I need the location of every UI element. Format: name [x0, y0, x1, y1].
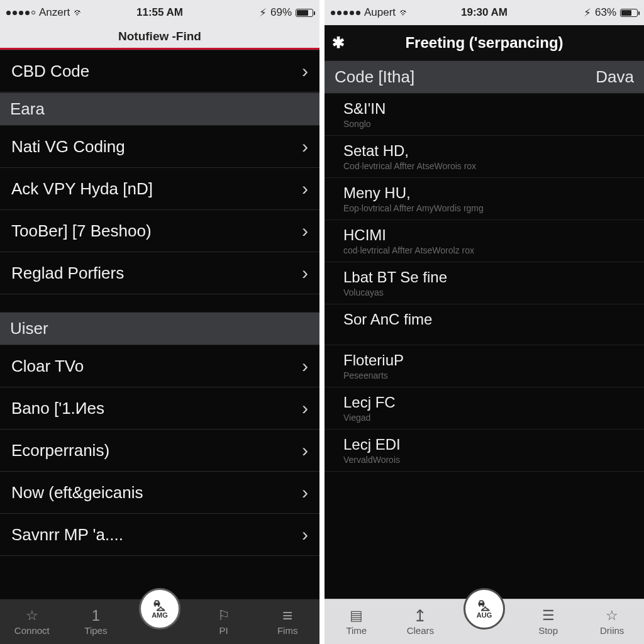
list-item[interactable]: Lecj EDIVervaldWorois: [325, 430, 644, 472]
code-list[interactable]: Code [Itha] Dava S&I'INSonglo Setat HD,C…: [325, 60, 644, 599]
tab-label: PI: [219, 625, 228, 636]
list-header-right: Dava: [596, 67, 634, 87]
page-title: Notufiew -Find: [118, 30, 201, 43]
tab-label: Tipes: [84, 625, 107, 636]
list-item[interactable]: Savnrr MP 'a....›: [0, 514, 319, 556]
settings-list[interactable]: CBD Code › Eara Nati VG Coding› Ack VPY …: [0, 50, 319, 599]
list-item[interactable]: CBD Code ›: [0, 50, 319, 92]
star-icon: [606, 608, 618, 624]
tab-driins[interactable]: Driins: [580, 608, 644, 636]
list-item-label: Ack VPY Hyda [nD]: [11, 179, 153, 199]
item-subtitle: Eop·lovtrical Affter AmyWordis rgmg: [343, 203, 630, 213]
list-item[interactable]: Lecj FCViegad: [325, 387, 644, 430]
battery-icon: [296, 9, 313, 17]
wifi-icon: ᯤ: [399, 8, 410, 18]
list-item-label: TooBer] [7 Beshoo): [11, 221, 152, 241]
list-item[interactable]: Nati VG Coding›: [0, 126, 319, 168]
clock-label: 19:30 AM: [433, 6, 536, 19]
item-title: S&I'IN: [343, 100, 630, 118]
tab-label: Fims: [277, 625, 298, 636]
signal-dots-icon: [6, 11, 35, 15]
chevron-right-icon: ›: [302, 262, 308, 284]
status-bar: Aupert ᯤ 19:30 AM ⚡︎ 63%: [325, 0, 644, 25]
section-header-label: Uiser: [10, 319, 48, 338]
item-title: Sor AnC fime: [343, 311, 630, 328]
gear-icon: [332, 34, 345, 51]
chevron-right-icon: ›: [302, 355, 308, 377]
phone-right: Aupert ᯤ 19:30 AM ⚡︎ 63% Freeting ('serp…: [319, 0, 644, 644]
tab-label: Stop: [538, 625, 558, 636]
chevron-right-icon: ›: [302, 60, 308, 82]
tab-pi[interactable]: PI: [192, 608, 256, 636]
item-subtitle: Viegad: [343, 413, 630, 423]
battery-icon: [620, 9, 638, 17]
wifi-icon: ᯤ: [74, 8, 84, 18]
tab-stop[interactable]: Stop: [516, 608, 580, 636]
item-title: Setat HD,: [343, 142, 630, 160]
center-button-label: AMG: [152, 611, 168, 619]
settings-button[interactable]: [332, 34, 345, 52]
signal-dots-icon: [331, 11, 360, 15]
tab-bar: Connoct Tipes PI Fims ⛍ AMG: [0, 599, 319, 644]
item-title: Lecj FC: [343, 394, 630, 411]
list-item[interactable]: S&I'INSonglo: [325, 94, 644, 136]
list-icon: [542, 608, 555, 624]
item-subtitle: Cod·levtrical Affter AtseWorois rox: [343, 161, 630, 171]
list-item[interactable]: FloteriuPPeseenarts: [325, 345, 644, 387]
item-title: Lecj EDI: [343, 436, 630, 453]
list-header-left: Code [Itha]: [335, 67, 414, 87]
menu-icon: [282, 608, 292, 624]
item-title: Meny HU,: [343, 184, 630, 202]
battery-pct: 69%: [270, 6, 292, 19]
tab-label: Clears: [407, 625, 434, 636]
upload-icon: [413, 608, 427, 624]
list-item[interactable]: Lbat BT Se fineVolucayas: [325, 262, 644, 304]
chevron-right-icon: ›: [302, 524, 308, 545]
tab-label: Driins: [600, 625, 624, 636]
item-title: FloteriuP: [343, 352, 630, 369]
tab-bar: Time Clears Stop Driins ⛍ AUG: [325, 599, 644, 644]
list-item[interactable]: Ecorperranis)›: [0, 430, 319, 472]
tab-fims[interactable]: Fims: [255, 608, 319, 636]
center-button-label: AUG: [477, 611, 492, 619]
list-item[interactable]: TooBer] [7 Beshoo)›: [0, 210, 319, 252]
list-item-label: Reglad Porfiers: [11, 264, 124, 283]
tab-label: Time: [346, 625, 367, 636]
carrier-label: Anzert: [39, 6, 70, 19]
car-icon: ⛍: [154, 599, 165, 613]
list-item[interactable]: Ack VPY Hyda [nD]›: [0, 168, 319, 210]
center-action-button[interactable]: ⛍ AUG: [464, 588, 505, 630]
item-title: HCIMI: [343, 226, 630, 244]
list-item-label: Cloar TVo: [11, 357, 84, 376]
tab-label: Connoct: [14, 625, 50, 636]
center-action-button[interactable]: ⛍ AMG: [139, 588, 180, 630]
list-item[interactable]: Setat HD,Cod·levtrical Affter AtseWorois…: [325, 136, 644, 178]
section-header: Eara: [0, 92, 319, 126]
list-item-label: Now (eft&geicanis: [11, 483, 143, 502]
item-title: Lbat BT Se fine: [343, 269, 630, 286]
tab-clears[interactable]: Clears: [389, 608, 453, 636]
item-subtitle: Peseenarts: [343, 370, 630, 380]
chevron-right-icon: ›: [302, 482, 308, 503]
bolt-icon: ⚡︎: [259, 6, 267, 19]
chevron-right-icon: ›: [302, 136, 308, 157]
list-item[interactable]: Reglad Porfiers›: [0, 252, 319, 294]
tab-time[interactable]: Time: [325, 608, 389, 636]
list-item[interactable]: HCIMIcod·levtrical Affter AtseWorolz rox: [325, 220, 644, 262]
list-item[interactable]: Sor AnC fime: [325, 304, 644, 345]
item-subtitle: Songlo: [343, 119, 630, 129]
list-item[interactable]: Cloar TVo›: [0, 345, 319, 387]
item-subtitle: VervaldWorois: [343, 455, 630, 465]
list-item[interactable]: Meny HU,Eop·lovtrical Affter AmyWordis r…: [325, 178, 644, 220]
flag-icon: [218, 608, 230, 624]
section-header: Uiser: [0, 312, 319, 345]
car-icon: ⛍: [479, 599, 490, 613]
tab-tipes[interactable]: Tipes: [64, 608, 128, 636]
list-item[interactable]: Bano ['1.Иes›: [0, 387, 319, 430]
chevron-right-icon: ›: [302, 178, 308, 199]
list-item-label: Ecorperranis): [11, 441, 109, 460]
tab-connect[interactable]: Connoct: [0, 608, 64, 636]
item-subtitle: Volucayas: [343, 287, 630, 297]
list-header: Code [Itha] Dava: [325, 60, 644, 94]
list-item[interactable]: Now (eft&geicanis›: [0, 472, 319, 514]
